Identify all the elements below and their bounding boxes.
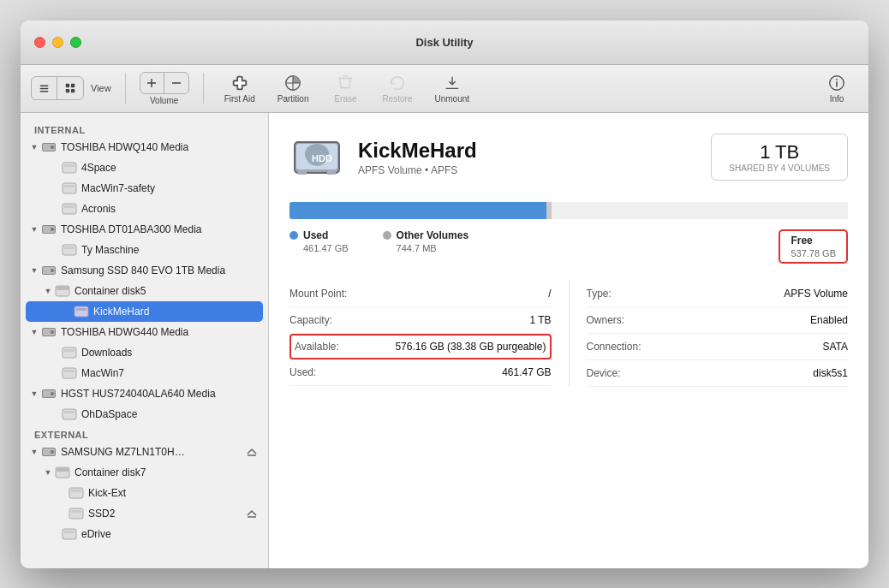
info-label: Info bbox=[830, 94, 844, 104]
minimize-button[interactable] bbox=[52, 37, 63, 48]
sidebar-item-samsung-ssd[interactable]: Samsung SSD 840 EVO 1TB Media bbox=[21, 260, 268, 281]
sidebar-item-kickmehard[interactable]: KickMeHard bbox=[26, 301, 263, 322]
info-row-type: Type: APFS Volume bbox=[587, 281, 849, 307]
toolbar: View Volume bbox=[21, 65, 868, 113]
disclosure-samsung-mz7[interactable] bbox=[27, 445, 41, 459]
volume-size-num: 1 TB bbox=[729, 141, 830, 163]
svg-point-39 bbox=[51, 269, 54, 272]
sidebar-item-samsung-mz7[interactable]: SAMSUNG MZ7LN1T0HAJQ-... bbox=[21, 442, 268, 462]
info-row-capacity: Capacity: 1 TB bbox=[289, 307, 552, 334]
info-row-device: Device: disk5s1 bbox=[587, 360, 849, 387]
svg-point-46 bbox=[51, 330, 54, 334]
unmount-button[interactable]: Unmount bbox=[427, 70, 476, 107]
disclosure-hgst[interactable] bbox=[27, 387, 41, 401]
volume-size-box: 1 TB SHARED BY 4 VOLUMES bbox=[711, 134, 848, 181]
svg-point-22 bbox=[836, 78, 838, 80]
capacity-val: 1 TB bbox=[375, 314, 552, 326]
svg-rect-50 bbox=[64, 370, 75, 372]
legend-other-row: Other Volumes bbox=[383, 229, 468, 241]
disclosure-toshiba-hdwg440[interactable] bbox=[27, 325, 41, 339]
legend-free-row: Free bbox=[791, 235, 812, 246]
svg-rect-74 bbox=[298, 169, 307, 175]
sidebar-item-ssd2[interactable]: SSD2 bbox=[21, 503, 268, 524]
disclosure-container-disk7[interactable] bbox=[41, 466, 55, 479]
detail-view-btn[interactable] bbox=[57, 77, 83, 99]
sidebar-item-acronis[interactable]: Acronis bbox=[21, 199, 268, 219]
type-key: Type: bbox=[587, 288, 672, 300]
sidebar-item-container-disk7[interactable]: Container disk7 bbox=[21, 462, 268, 483]
toolbar-sep-1 bbox=[125, 73, 126, 104]
volume-icon bbox=[74, 304, 89, 319]
partition-button[interactable]: Partition bbox=[271, 70, 316, 107]
sidebar-item-ty-maschine[interactable]: Ty Maschine bbox=[21, 240, 268, 260]
volume-size-label: SHARED BY 4 VOLUMES bbox=[729, 163, 830, 173]
disclosure-container-disk5[interactable] bbox=[41, 284, 55, 298]
svg-rect-28 bbox=[63, 183, 76, 193]
remove-volume-btn[interactable] bbox=[164, 73, 188, 93]
svg-rect-26 bbox=[63, 163, 76, 173]
acronis-label: Acronis bbox=[81, 203, 261, 215]
disclosure-toshiba-dt[interactable] bbox=[27, 223, 41, 236]
svg-rect-47 bbox=[63, 347, 76, 358]
toshiba-hdwg440-label: TOSHIBA HDWG440 Media bbox=[61, 326, 261, 338]
volume-add-remove[interactable] bbox=[140, 72, 189, 94]
kick-ext-label: Kick-Ext bbox=[88, 487, 261, 499]
sidebar: Internal TOSHIBA HDWQ140 Media 4Space bbox=[21, 113, 269, 568]
container-icon bbox=[55, 465, 70, 480]
volume-icon bbox=[62, 201, 77, 217]
list-view-btn[interactable] bbox=[32, 77, 57, 99]
view-toggle[interactable] bbox=[31, 76, 84, 100]
sidebar-item-hgst[interactable]: HGST HUS724040ALA640 Media bbox=[21, 383, 268, 404]
macwin7-label: MacWin7 bbox=[81, 367, 261, 379]
4space-label: 4Space bbox=[81, 162, 261, 174]
sidebar-item-toshiba-dt[interactable]: TOSHIBA DT01ABA300 Media bbox=[21, 219, 268, 240]
sidebar-item-macwin7[interactable]: MacWin7 bbox=[21, 363, 268, 383]
restore-button[interactable]: Restore bbox=[375, 70, 419, 107]
external-section-header: External bbox=[21, 425, 268, 442]
volume-icon bbox=[62, 365, 77, 381]
svg-rect-41 bbox=[57, 287, 69, 290]
disclosure-toshiba-hd1[interactable] bbox=[27, 140, 41, 154]
downloads-label: Downloads bbox=[81, 347, 261, 359]
close-button[interactable] bbox=[34, 37, 45, 48]
svg-rect-65 bbox=[71, 510, 81, 513]
legend-free: Free 537.78 GB bbox=[779, 229, 848, 264]
storage-bar-container: Used 461.47 GB Other Volumes 744.7 MB bbox=[289, 202, 848, 264]
sidebar-item-kick-ext[interactable]: Kick-Ext bbox=[21, 483, 268, 503]
legend-other-value: 744.7 MB bbox=[397, 243, 437, 253]
bar-used bbox=[289, 202, 546, 219]
erase-button[interactable]: Erase bbox=[324, 70, 367, 107]
svg-point-53 bbox=[51, 392, 54, 395]
sidebar-item-toshiba-hd1[interactable]: TOSHIBA HDWQ140 Media bbox=[21, 137, 268, 157]
sidebar-item-container-disk5[interactable]: Container disk5 bbox=[21, 281, 268, 301]
svg-rect-62 bbox=[69, 488, 83, 498]
info-tables: Mount Point: / Capacity: 1 TB Available:… bbox=[289, 281, 848, 387]
svg-rect-61 bbox=[57, 468, 69, 472]
sidebar-item-edrive[interactable]: eDrive bbox=[21, 524, 268, 544]
sidebar-item-toshiba-hdwg440[interactable]: TOSHIBA HDWG440 Media bbox=[21, 322, 268, 342]
sidebar-item-4space[interactable]: 4Space bbox=[21, 157, 268, 178]
add-volume-btn[interactable] bbox=[140, 73, 164, 93]
svg-rect-0 bbox=[40, 85, 49, 86]
first-aid-button[interactable]: First Aid bbox=[218, 70, 262, 107]
volume-icon bbox=[69, 485, 84, 501]
volume-header: HDD KickMeHard APFS Volume • APFS 1 TB S… bbox=[289, 130, 848, 185]
disk-icon bbox=[41, 444, 57, 460]
legend-other-label: Other Volumes bbox=[397, 229, 468, 241]
kickmehard-label: KickMeHard bbox=[93, 306, 256, 318]
sidebar-item-ohdaspace[interactable]: OhDaSpace bbox=[21, 404, 268, 425]
volume-icon bbox=[62, 407, 77, 422]
sidebar-item-downloads[interactable]: Downloads bbox=[21, 342, 268, 363]
legend-used-label: Used bbox=[303, 229, 328, 241]
sidebar-item-macwin7-safety[interactable]: MacWin7-safety bbox=[21, 178, 268, 199]
svg-rect-63 bbox=[71, 490, 81, 492]
used-left-val: 461.47 GB bbox=[375, 366, 552, 378]
maximize-button[interactable] bbox=[70, 37, 81, 48]
macwin7-safety-label: MacWin7-safety bbox=[81, 182, 261, 194]
storage-bar bbox=[289, 202, 848, 219]
disclosure-samsung-ssd[interactable] bbox=[27, 264, 41, 277]
svg-point-58 bbox=[51, 450, 54, 454]
info-button[interactable]: Info bbox=[815, 70, 858, 107]
svg-rect-75 bbox=[327, 169, 336, 175]
svg-rect-42 bbox=[75, 306, 88, 317]
